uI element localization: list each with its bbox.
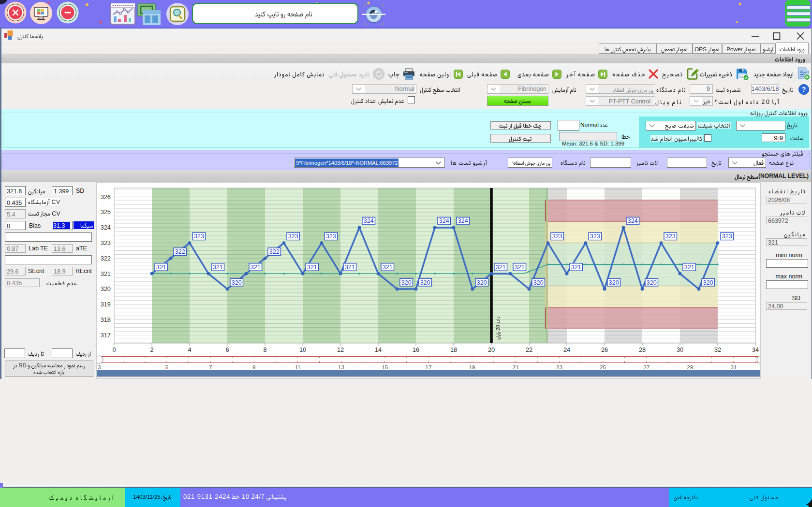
- svg-text:321: 321: [213, 264, 223, 271]
- svg-text:19: 19: [469, 364, 475, 371]
- svg-text:16: 16: [413, 346, 419, 353]
- svg-text:321: 321: [571, 264, 581, 271]
- svg-text:27: 27: [643, 364, 650, 371]
- svg-text:12: 12: [337, 346, 344, 353]
- svg-text:323: 323: [665, 233, 676, 240]
- svg-text:325: 325: [101, 208, 111, 216]
- svg-text:317: 317: [101, 332, 111, 339]
- svg-text:321: 321: [307, 264, 317, 271]
- svg-text:321: 321: [251, 264, 261, 271]
- svg-text:21: 21: [513, 364, 519, 371]
- svg-text:320: 320: [232, 279, 242, 286]
- svg-text:322: 322: [175, 248, 185, 255]
- svg-text:26: 26: [601, 346, 608, 353]
- svg-text:324: 324: [439, 217, 449, 224]
- svg-text:320: 320: [703, 279, 713, 286]
- svg-text:7: 7: [209, 364, 212, 371]
- svg-text:321: 321: [156, 264, 166, 271]
- svg-text:320: 320: [533, 279, 544, 286]
- svg-text:13: 13: [338, 364, 345, 371]
- svg-text:4: 4: [188, 346, 191, 353]
- svg-text:14: 14: [375, 346, 382, 353]
- svg-text:323: 323: [194, 233, 204, 240]
- svg-text:6: 6: [225, 346, 229, 353]
- svg-text:320: 320: [101, 285, 111, 292]
- svg-text:25: 25: [600, 364, 606, 371]
- svg-text:320: 320: [420, 279, 430, 286]
- svg-text:319: 319: [101, 301, 111, 308]
- svg-text:18: 18: [450, 346, 457, 353]
- svg-text:323: 323: [722, 233, 732, 240]
- svg-text:321: 321: [684, 264, 694, 271]
- svg-text:10: 10: [299, 346, 306, 353]
- svg-text:15: 15: [382, 364, 388, 371]
- svg-text:24: 24: [563, 346, 570, 353]
- svg-text:29: 29: [687, 364, 693, 371]
- svg-text:321: 321: [515, 264, 525, 271]
- svg-text:17: 17: [425, 364, 431, 371]
- svg-text:321: 321: [101, 270, 111, 277]
- svg-text:321: 321: [496, 264, 506, 271]
- svg-text:3: 3: [98, 364, 101, 371]
- svg-text:22: 22: [526, 346, 532, 353]
- svg-text:8: 8: [263, 346, 266, 353]
- svg-text:30: 30: [677, 346, 683, 353]
- svg-text:11: 11: [295, 364, 300, 371]
- svg-text:320: 320: [401, 279, 412, 286]
- svg-text:320: 320: [647, 279, 657, 286]
- svg-text:323: 323: [326, 233, 336, 240]
- svg-text:318: 318: [101, 316, 111, 323]
- svg-text:32: 32: [714, 346, 721, 353]
- svg-text:322: 322: [101, 255, 111, 262]
- svg-text:324: 324: [101, 224, 111, 231]
- svg-text:324: 324: [628, 217, 638, 224]
- svg-text:0: 0: [112, 346, 116, 353]
- svg-text:320: 320: [477, 279, 487, 286]
- svg-text:324: 324: [364, 217, 374, 224]
- svg-text:324: 324: [458, 217, 468, 224]
- svg-text:320: 320: [609, 279, 619, 286]
- svg-text:326: 326: [101, 193, 111, 201]
- svg-text:9: 9: [252, 364, 256, 371]
- svg-text:28: 28: [639, 346, 646, 353]
- svg-text:323: 323: [590, 233, 600, 240]
- svg-text:321: 321: [345, 264, 355, 271]
- svg-text:321: 321: [383, 264, 393, 271]
- svg-text:23: 23: [556, 364, 563, 371]
- svg-text:31: 31: [730, 364, 737, 371]
- svg-text:322: 322: [269, 248, 280, 255]
- svg-text:5: 5: [165, 364, 169, 371]
- svg-text:323: 323: [101, 239, 111, 246]
- svg-text:2: 2: [150, 346, 153, 353]
- svg-text:323: 323: [288, 233, 298, 240]
- svg-text:34: 34: [752, 346, 759, 353]
- svg-text:20: 20: [488, 346, 495, 353]
- svg-text:323: 323: [552, 233, 562, 240]
